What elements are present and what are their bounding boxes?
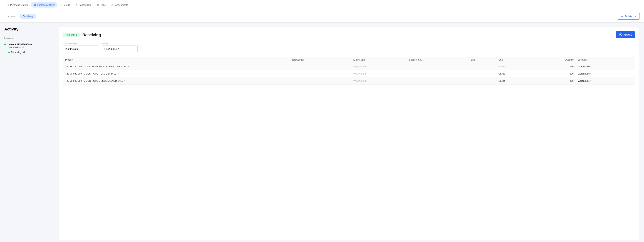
col-batch-serial: Batch/serial: [289, 57, 351, 63]
receiving-item-1[interactable]: Receiving: #1: [4, 50, 54, 54]
sku-cell-1: [469, 70, 496, 77]
sidebar-title: Activity: [4, 27, 54, 34]
date-received-field: Date Received*: [63, 43, 99, 52]
unit-cell-0: Cases: [496, 63, 533, 70]
tab-attachments[interactable]: 🔗 Attachments: [109, 3, 130, 7]
detail-header-left: Authorized Receiving: [63, 33, 101, 37]
tab-logs-label: Logs: [100, 4, 106, 6]
location-cell-0[interactable]: Warehouse ▾: [576, 63, 635, 70]
activity-list-label: Activity List: [625, 15, 636, 18]
invoice-status-dot: [4, 44, 6, 45]
location-cell-2[interactable]: Warehouse ▾: [576, 77, 635, 84]
expiry-date-cell-0[interactable]: yyyy/mm/dd: [351, 63, 407, 70]
invoice-item-119230854-a[interactable]: Invoice #119230854-A Due: R97614.00: [4, 42, 54, 50]
location-chevron-icon[interactable]: ▾: [590, 80, 592, 82]
supplier-sku-cell-2[interactable]: [407, 77, 469, 84]
col-expiry-date: Expiry Date: [351, 57, 407, 63]
invoice-number: Invoice #119230854-A: [8, 43, 32, 46]
table-row: 720-36-240-000 - GOOD HOPE MILK ALTERNAT…: [63, 63, 635, 70]
link-icon: 🔗: [111, 4, 114, 6]
svg-rect-3: [621, 15, 623, 15]
unit-cell-2: Cases: [496, 77, 533, 84]
status-badge: Authorized: [63, 33, 80, 37]
date-received-label: Date Received*: [63, 43, 99, 45]
tab-purchase-activity[interactable]: Purchase Activity: [31, 2, 57, 8]
receiving-label: Receiving: #1: [11, 51, 25, 54]
document-icon: 🗋: [7, 4, 9, 6]
receiving-status-dot: [8, 52, 10, 53]
top-navigation: 🗋 Purchase Orders Purchase Activity 🗋 Cr…: [0, 0, 644, 10]
actions-button[interactable]: Actions: [616, 31, 635, 38]
table-row: 720-70-940-000 - GOOD HOPE UNSWEETENED 6…: [63, 77, 635, 84]
col-product: Product: [63, 57, 289, 63]
svg-rect-2: [35, 4, 36, 6]
svg-rect-4: [621, 16, 623, 16]
table-body: 720-36-240-000 - GOOD HOPE MILK ALTERNAT…: [63, 63, 635, 84]
supplier-sku-cell-1[interactable]: [407, 70, 469, 77]
invoice-info: Invoice #119230854-A Due: R97614.00: [8, 43, 32, 49]
expiry-date-cell-2[interactable]: yyyy/mm/dd: [351, 77, 407, 84]
col-supplier-sku: Supplier Sku: [407, 57, 469, 63]
tab-transactions[interactable]: ≡ Transactions: [73, 3, 94, 7]
batch-serial-cell-0[interactable]: [289, 63, 351, 70]
tab-attachments-label: Attachments: [115, 4, 128, 6]
tab-receiving-label: Receiving: [23, 15, 33, 18]
batch-serial-cell-1[interactable]: [289, 70, 351, 77]
col-sku: Sku: [469, 57, 496, 63]
quantity-cell-2: 450: [532, 77, 576, 84]
tab-credit[interactable]: 🗋 Credit: [58, 3, 72, 7]
tab-logs[interactable]: 🗋 Logs: [94, 3, 108, 7]
list-lines-icon: [620, 15, 623, 18]
chevron-down-icon[interactable]: ▾: [128, 65, 129, 68]
sub-nav-tabs: Invoice Receiving: [4, 14, 36, 19]
col-quantity: Quantity: [532, 57, 576, 63]
product-table-container: Product Batch/serial Expiry Date Supplie…: [63, 57, 635, 84]
table-header-row: Product Batch/serial Expiry Date Supplie…: [63, 57, 635, 63]
table-row: 720-70-930-000 - GOOD HOPE REGULAR 6X1L …: [63, 70, 635, 77]
tab-transactions-label: Transactions: [78, 4, 92, 6]
document-icon-credit: 🗋: [60, 4, 63, 6]
detail-title: Receiving: [82, 33, 101, 37]
invoice-amount: R97614.00: [13, 46, 24, 49]
detail-area: Authorized Receiving Actions Date Receiv…: [58, 27, 640, 240]
tab-credit-label: Credit: [64, 4, 70, 6]
supplier-sku-cell-0[interactable]: [407, 63, 469, 70]
date-received-input[interactable]: [63, 46, 99, 52]
svg-rect-1: [34, 4, 35, 6]
location-chevron-icon[interactable]: ▾: [590, 65, 592, 68]
sku-cell-2: [469, 77, 496, 84]
sidebar: Activity Invoices Invoice #119230854-A D…: [4, 27, 54, 240]
document-icon-logs: 🗋: [97, 4, 99, 6]
product-cell-0: 720-36-240-000 - GOOD HOPE MILK ALTERNAT…: [63, 63, 289, 70]
location-chevron-icon[interactable]: ▾: [590, 73, 592, 75]
actions-label: Actions: [624, 34, 632, 36]
product-table: Product Batch/serial Expiry Date Supplie…: [63, 57, 635, 84]
chevron-down-icon[interactable]: ▾: [124, 80, 126, 82]
invoice-due-label: Due: R97614.00: [8, 46, 32, 49]
chevron-down-icon[interactable]: ▾: [118, 73, 119, 75]
list-icon: ≡: [76, 4, 77, 6]
form-row: Date Received* Invoice 119230854-A: [63, 43, 635, 52]
invoice-select-wrapper: 119230854-A: [102, 46, 138, 52]
svg-rect-5: [621, 17, 623, 17]
quantity-cell-0: 150: [532, 63, 576, 70]
activity-list-button[interactable]: Activity List: [617, 13, 640, 20]
tab-purchase-orders-label: Purchase Orders: [10, 4, 28, 6]
invoice-field: Invoice 119230854-A: [102, 43, 138, 52]
table-header: Product Batch/serial Expiry Date Supplie…: [63, 57, 635, 63]
batch-serial-cell-2[interactable]: [289, 77, 351, 84]
expiry-date-cell-1[interactable]: yyyy/mm/dd: [351, 70, 407, 77]
tab-invoice[interactable]: Invoice: [4, 14, 18, 19]
location-cell-1[interactable]: Warehouse ▾: [576, 70, 635, 77]
main-content: Activity Invoices Invoice #119230854-A D…: [0, 23, 644, 242]
invoice-select[interactable]: 119230854-A: [102, 46, 138, 52]
product-cell-1: 720-70-930-000 - GOOD HOPE REGULAR 6X1L …: [63, 70, 289, 77]
sku-cell-0: [469, 63, 496, 70]
svg-point-7: [620, 34, 621, 35]
tab-purchase-activity-label: Purchase Activity: [37, 4, 55, 6]
chart-icon: [34, 4, 36, 7]
sub-navigation: Invoice Receiving Activity List: [0, 10, 644, 23]
svg-rect-0: [34, 5, 34, 6]
tab-receiving[interactable]: Receiving: [20, 14, 36, 19]
tab-purchase-orders[interactable]: 🗋 Purchase Orders: [4, 3, 30, 7]
